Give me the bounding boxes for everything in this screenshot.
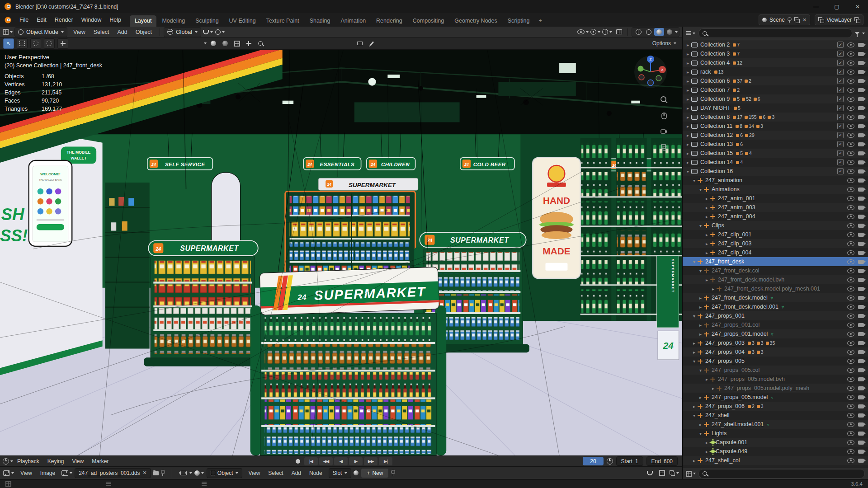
- expand-icon[interactable]: ▸: [697, 332, 704, 337]
- open-image-icon[interactable]: [153, 471, 159, 475]
- hide-eye-toggle[interactable]: [847, 133, 854, 138]
- hide-eye-toggle[interactable]: [847, 88, 854, 93]
- jump-to-end-button[interactable]: ▶|: [379, 457, 392, 465]
- outliner-row[interactable]: ▸247_front_desk.model.bvh: [683, 275, 868, 284]
- collapse-icon[interactable]: ▾: [691, 314, 698, 319]
- render-camera-toggle[interactable]: [858, 169, 864, 174]
- overlays-toggle[interactable]: [602, 28, 612, 37]
- add-workspace-button[interactable]: +: [535, 15, 545, 27]
- auto-keying-toggle[interactable]: [293, 457, 303, 466]
- expand-icon[interactable]: ▸: [697, 296, 704, 300]
- expand-icon[interactable]: ▸: [703, 250, 710, 255]
- hide-eye-toggle[interactable]: [847, 268, 854, 273]
- menu-add[interactable]: Add: [288, 468, 305, 478]
- hide-eye-toggle[interactable]: [847, 214, 854, 219]
- render-camera-toggle[interactable]: [858, 251, 864, 255]
- minimize-button[interactable]: —: [806, 0, 826, 13]
- prev-keyframe-button[interactable]: ◀◀: [319, 457, 333, 465]
- exclude-checkbox[interactable]: ✓: [837, 132, 844, 138]
- expand-icon[interactable]: ▸: [684, 124, 691, 129]
- hide-eye-toggle[interactable]: [847, 61, 854, 66]
- render-camera-toggle[interactable]: [858, 432, 864, 436]
- new-material-button[interactable]: + New: [361, 468, 389, 478]
- collapse-icon[interactable]: ▾: [691, 259, 698, 264]
- render-camera-toggle[interactable]: [858, 52, 864, 56]
- wireframe-shading-button[interactable]: [633, 28, 643, 36]
- menu-view[interactable]: View: [69, 27, 90, 37]
- workspace-tab-modeling[interactable]: Modeling: [157, 15, 190, 27]
- next-keyframe-button[interactable]: ▶▶: [364, 457, 377, 465]
- menu-marker[interactable]: Marker: [88, 456, 113, 466]
- expand-icon[interactable]: ▸: [703, 205, 710, 210]
- exclude-checkbox[interactable]: ✓: [837, 159, 844, 165]
- collapse-icon[interactable]: ▾: [697, 431, 704, 436]
- pin-node-icon[interactable]: [391, 470, 395, 474]
- outliner-row[interactable]: ▸247_anim_001: [683, 194, 868, 203]
- hide-eye-toggle[interactable]: [847, 70, 854, 75]
- render-camera-toggle[interactable]: [858, 395, 864, 399]
- render-camera-toggle[interactable]: [858, 332, 864, 336]
- workspace-tab-sculpting[interactable]: Sculpting: [190, 15, 223, 27]
- hide-eye-toggle[interactable]: [847, 115, 854, 120]
- shader-target-select[interactable]: Object: [207, 468, 242, 478]
- expand-icon[interactable]: ▸: [684, 160, 691, 165]
- hide-eye-toggle[interactable]: [847, 404, 854, 409]
- expand-icon[interactable]: ▸: [697, 422, 704, 427]
- outliner-row[interactable]: ▸247_clip_001: [683, 230, 868, 239]
- exclude-checkbox[interactable]: ✓: [837, 69, 844, 75]
- search-icon-button[interactable]: [255, 39, 265, 48]
- transform-orientation-select[interactable]: Global: [164, 27, 201, 37]
- hide-eye-toggle[interactable]: [847, 368, 854, 373]
- outliner-row[interactable]: ▾247_props_001: [683, 311, 868, 320]
- texture-sphere-button[interactable]: [220, 39, 230, 48]
- render-camera-toggle[interactable]: [858, 459, 864, 463]
- outliner-row[interactable]: ▸Collection 144✓: [683, 158, 868, 167]
- menu-view[interactable]: View: [16, 468, 36, 478]
- menu-select[interactable]: Select: [90, 27, 113, 37]
- exclude-checkbox[interactable]: ✓: [837, 78, 844, 84]
- render-camera-toggle[interactable]: [858, 43, 864, 47]
- outliner-row[interactable]: ▸247_shell_col: [683, 456, 868, 465]
- hide-eye-toggle[interactable]: [847, 332, 854, 337]
- hide-eye-toggle[interactable]: [847, 79, 854, 84]
- preview-range-icon[interactable]: [607, 458, 613, 465]
- secondary-search-input[interactable]: [698, 469, 865, 479]
- collapse-icon[interactable]: ▾: [691, 359, 698, 364]
- node-grid-icon[interactable]: [657, 469, 667, 478]
- hide-eye-toggle[interactable]: [847, 142, 854, 147]
- render-camera-toggle[interactable]: [858, 359, 864, 363]
- hide-eye-toggle[interactable]: [847, 169, 854, 174]
- mode-select[interactable]: Object Mode: [14, 27, 67, 37]
- outliner-row[interactable]: ▸247_props_005.model.poly_mesh: [683, 384, 868, 393]
- render-camera-toggle[interactable]: [858, 160, 864, 164]
- expand-icon[interactable]: ▸: [684, 97, 691, 102]
- expand-icon[interactable]: ▸: [703, 241, 710, 246]
- hide-eye-toggle[interactable]: [847, 395, 854, 400]
- exclude-checkbox[interactable]: ✓: [837, 96, 844, 102]
- outliner-row[interactable]: ▸Collection 81715563✓: [683, 113, 868, 122]
- render-camera-toggle[interactable]: [858, 115, 864, 119]
- render-camera-toggle[interactable]: [858, 287, 864, 291]
- matcap-sphere-button[interactable]: [208, 39, 218, 48]
- outliner-row[interactable]: ▸Collection 37✓: [683, 49, 868, 58]
- pan-hand-button[interactable]: [658, 110, 670, 122]
- hide-eye-toggle[interactable]: [847, 160, 854, 165]
- render-camera-toggle[interactable]: [858, 386, 864, 390]
- unlink-scene-icon[interactable]: ✕: [802, 18, 807, 23]
- hide-eye-toggle[interactable]: [847, 106, 854, 111]
- render-camera-toggle[interactable]: [858, 88, 864, 92]
- scene-selector[interactable]: Scene ✕: [759, 14, 810, 25]
- outliner-row[interactable]: ▸247_front_desk.model.001▿: [683, 302, 868, 311]
- pin-icon[interactable]: [788, 17, 792, 21]
- workspace-tab-compositing[interactable]: Compositing: [408, 15, 449, 27]
- outliner-row[interactable]: ▸Collection 12629✓: [683, 131, 868, 140]
- menu-window[interactable]: Window: [77, 15, 105, 25]
- zoom-button[interactable]: [658, 94, 670, 106]
- outliner-row[interactable]: ▸Collection 6372✓: [683, 76, 868, 85]
- render-camera-toggle[interactable]: [858, 197, 864, 201]
- expand-icon[interactable]: ▸: [710, 386, 717, 391]
- render-camera-toggle[interactable]: [858, 377, 864, 381]
- hide-eye-toggle[interactable]: [847, 178, 854, 183]
- expand-icon[interactable]: ▸: [684, 133, 691, 138]
- menu-playback[interactable]: Playback: [13, 456, 43, 466]
